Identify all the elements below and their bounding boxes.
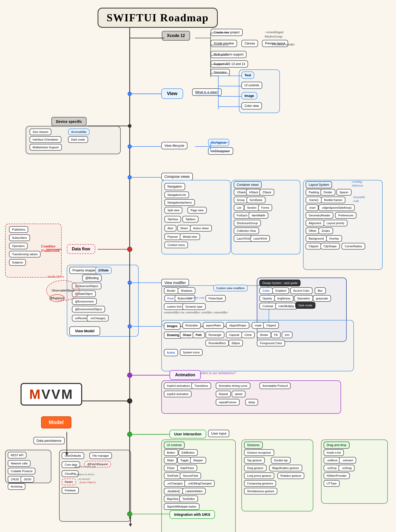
db-note2: database-on device bbox=[74, 473, 94, 476]
data-flow-arrow bbox=[41, 432, 92, 457]
clipped: Clipped bbox=[306, 243, 321, 250]
xcode-item-ios: Support iOS 13 and 14 bbox=[211, 60, 248, 68]
stepper: Stepper bbox=[190, 457, 206, 464]
path: Path bbox=[193, 332, 205, 338]
environment-object: @EnvironmentObject bbox=[72, 306, 105, 313]
shadows: Shadows bbox=[178, 287, 195, 294]
device-specific-node: Device specific bbox=[51, 117, 87, 126]
capsule: Capsule bbox=[226, 332, 242, 338]
tabview: TabView bbox=[164, 216, 181, 223]
mask: mask bbox=[252, 322, 265, 329]
reusable-code-2: 1reusable code bbox=[187, 296, 205, 299]
repeat-forever: repeatForever bbox=[216, 399, 240, 406]
inset: .inset bbox=[306, 204, 318, 211]
tabitem: TabItem bbox=[182, 216, 199, 223]
zstack: ZStack bbox=[259, 189, 274, 196]
geometry-reader: GeometryReader bbox=[306, 212, 333, 219]
images-clipped: Clipped bbox=[263, 322, 279, 329]
view-ui-controls: UI controls bbox=[241, 82, 262, 89]
divider: Divider bbox=[320, 189, 335, 196]
page-title: SWIFTUI Roadmap bbox=[98, 8, 218, 28]
section: Section bbox=[244, 204, 260, 211]
layout-priority: Layout priority bbox=[324, 220, 347, 226]
svg-marker-46 bbox=[65, 452, 68, 456]
svg-point-38 bbox=[127, 432, 132, 437]
trim: trim bbox=[282, 332, 293, 338]
db-note1: document-based app bbox=[74, 465, 96, 468]
forms: Forms bbox=[258, 204, 272, 211]
slider: Slider bbox=[164, 457, 177, 464]
magnification-gesture: Magnification gesture bbox=[269, 465, 302, 471]
repeat: Repeat bbox=[216, 391, 231, 397]
on-drop: .onDrop bbox=[324, 465, 340, 471]
nav-node: Navigation bbox=[164, 183, 185, 190]
svg-marker-44 bbox=[129, 524, 132, 527]
svg-point-34 bbox=[127, 373, 132, 378]
text-field: TextField bbox=[164, 472, 181, 479]
picker-style: PickerStyle bbox=[205, 295, 226, 302]
animation-node: Animation bbox=[169, 370, 201, 380]
view-ondisappear: onDisappear bbox=[208, 147, 233, 155]
shape: Shape bbox=[180, 332, 194, 338]
modal-view: Modal view bbox=[180, 233, 200, 240]
explicit-animation: explicit animation bbox=[164, 391, 192, 397]
svg-point-36 bbox=[127, 399, 132, 403]
clip-shape: ClipShape bbox=[320, 243, 340, 250]
hstack: HStack bbox=[246, 189, 261, 196]
saturation: Saturation bbox=[294, 295, 313, 302]
ui-controls-label: UI controls bbox=[164, 442, 185, 449]
collection-view: Collection View bbox=[234, 227, 259, 234]
accent-color: Accent Color bbox=[290, 287, 313, 294]
popover: Popover bbox=[164, 233, 181, 240]
scrollview: Scrollview bbox=[247, 197, 266, 203]
sheet: Sheet bbox=[177, 225, 191, 232]
view-lifecycle-node: View lifecycle bbox=[161, 142, 187, 149]
text-editor: TextEditor bbox=[179, 496, 198, 502]
foreground-color: Foreground Color bbox=[257, 340, 285, 346]
bottom-arrow bbox=[128, 517, 133, 527]
border: Border bbox=[164, 287, 178, 294]
json: JSON bbox=[21, 476, 34, 483]
opacity: Opacity bbox=[259, 295, 275, 302]
xcode-note-window: WindowGroup bbox=[265, 35, 282, 39]
ns-item-provider: NSItemProvider bbox=[324, 472, 350, 479]
rest-api: REST API bbox=[8, 452, 26, 458]
inside-list: Inside a list bbox=[324, 449, 344, 456]
publishers: Publishers bbox=[9, 226, 28, 233]
animation-question: when to use animations? bbox=[200, 371, 236, 375]
nav-link: NavigationLink bbox=[164, 191, 189, 198]
frozen-label: frozen Objects bbox=[80, 481, 96, 484]
view-what: What is a view? bbox=[192, 88, 222, 96]
flexible-frames: flexible frames bbox=[321, 197, 345, 203]
aspect-ratio: aspectRatio bbox=[203, 322, 224, 329]
crud: CRUD bbox=[8, 476, 22, 483]
edges-ignore: .edgesIgnoreSafeArea() bbox=[318, 204, 355, 211]
icons-label: Icons bbox=[164, 349, 178, 356]
on-drag: .onDrag bbox=[338, 465, 355, 471]
ut-type: UTType bbox=[324, 480, 340, 487]
edit-button: EditButton bbox=[178, 449, 198, 456]
xcode-item-multi: Multi-platform support bbox=[211, 51, 247, 58]
blur: Blur bbox=[315, 287, 326, 294]
transforming-values: Transforming values bbox=[9, 251, 41, 258]
local-storage-group bbox=[59, 450, 131, 522]
composing-gestures: Composing gestures bbox=[244, 480, 276, 487]
svg-point-18 bbox=[128, 124, 131, 127]
color-node: Color bbox=[259, 287, 273, 294]
container-views-label: Container views bbox=[234, 181, 262, 188]
sign-in-apple: SignInWithApple button bbox=[164, 503, 200, 510]
device-size: Size classes bbox=[30, 129, 51, 135]
drag-drop-label: Drag and drop bbox=[324, 442, 350, 449]
secure-field: SecureField bbox=[180, 472, 201, 479]
dynamic-type: Dynamic type bbox=[182, 303, 206, 310]
disclosure-group: DisclosureGroup bbox=[234, 220, 261, 226]
toggle: Toggle bbox=[177, 457, 192, 464]
drawing-label: Drawing bbox=[164, 332, 182, 339]
transitions: Transitions bbox=[191, 382, 211, 389]
device-darkmode: Dark mode bbox=[68, 136, 88, 143]
compose-views-node: Compose views bbox=[161, 173, 193, 180]
simultaneous-gesture: Simultaneous gesture bbox=[244, 488, 277, 494]
color-multiply: colorMultiply bbox=[275, 303, 297, 309]
brightness: brightness bbox=[274, 295, 294, 302]
device-multiwindow: Multiwindow Support bbox=[30, 144, 62, 151]
